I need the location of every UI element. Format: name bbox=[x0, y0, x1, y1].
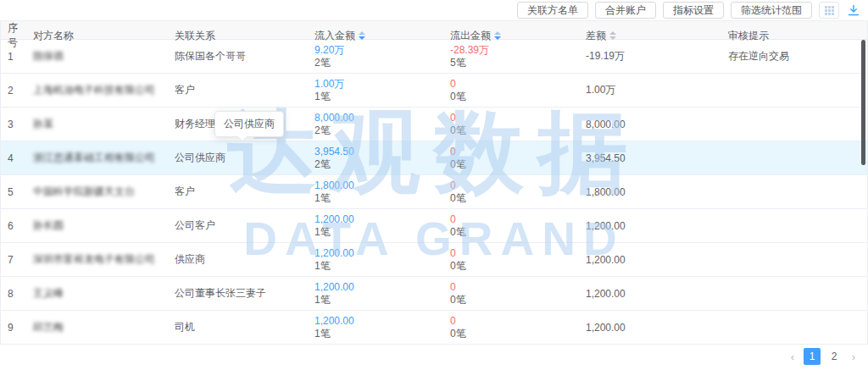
cell-counterparty-name: 中国科学院新疆天文台 bbox=[33, 185, 175, 199]
cell-outflow: 0 0笔 bbox=[450, 281, 586, 306]
indicator-settings-button[interactable]: 指标设置 bbox=[663, 2, 724, 19]
cell-diff: 1,200.00 bbox=[586, 288, 728, 300]
outflow-count: 0笔 bbox=[450, 226, 577, 239]
cell-inflow: 3,954.50 2笔 bbox=[314, 146, 450, 171]
table-row[interactable]: 8 王义峰 公司董事长张三妻子 1,200.00 1笔 0 0笔 1,200.0… bbox=[1, 277, 867, 311]
relation-tooltip: 公司供应商 bbox=[214, 111, 284, 137]
inflow-count: 1笔 bbox=[314, 91, 442, 103]
prev-page-button[interactable]: ‹ bbox=[787, 351, 798, 363]
outflow-count: 0笔 bbox=[450, 91, 577, 103]
inflow-amount: 1,200.00 bbox=[314, 247, 442, 260]
table-row[interactable]: 5 中国科学院新疆天文台 客户 1,800.00 1笔 0 0笔 1,800.0… bbox=[1, 175, 867, 209]
tooltip-text: 公司供应商 bbox=[224, 118, 275, 130]
outflow-count: 0笔 bbox=[450, 294, 577, 306]
cell-relation: 公司董事长张三妻子 bbox=[175, 286, 314, 301]
cell-inflow: 1,200.00 1笔 bbox=[314, 315, 450, 340]
inflow-count: 1笔 bbox=[314, 328, 442, 340]
outflow-amount: 0 bbox=[450, 179, 577, 192]
download-button[interactable] bbox=[846, 2, 861, 19]
cell-relation: 客户 bbox=[175, 83, 314, 97]
sort-caret-icon[interactable] bbox=[494, 31, 501, 40]
col-header-diff[interactable]: 差额 bbox=[586, 29, 728, 43]
cell-serial: 2 bbox=[8, 85, 33, 97]
table-row[interactable]: 6 孙长园 公司客户 1,200.00 1笔 0 0笔 1,200.00 bbox=[1, 209, 867, 243]
col-header-inflow[interactable]: 流入金额 bbox=[314, 29, 450, 43]
page-button-1[interactable]: 1 bbox=[804, 348, 821, 365]
related-party-table: 序号 对方名称 关联关系 流入金额 流出金额 差额 审核提示 1 陈保德 陈保国… bbox=[0, 20, 868, 345]
table-row[interactable]: 3 孙某 财务经理 8,000.00 2笔 0 0笔 8,000.00 bbox=[1, 108, 867, 141]
sort-caret-icon[interactable] bbox=[359, 31, 365, 40]
table-row[interactable]: 4 浙江思通基础工程有限公司 公司供应商 3,954.50 2笔 0 0笔 3,… bbox=[1, 141, 867, 175]
cell-inflow: 1.00万 1笔 bbox=[314, 78, 450, 103]
related-party-list-button[interactable]: 关联方名单 bbox=[517, 2, 588, 19]
outflow-count: 0笔 bbox=[450, 192, 577, 205]
page-button-2[interactable]: 2 bbox=[826, 348, 843, 365]
inflow-amount: 1,200.00 bbox=[314, 213, 442, 226]
cell-inflow: 1,800.00 1笔 bbox=[314, 179, 450, 205]
col-header-outflow[interactable]: 流出金额 bbox=[450, 29, 586, 43]
inflow-amount: 1,200.00 bbox=[314, 315, 442, 328]
inflow-count: 1笔 bbox=[314, 260, 442, 273]
outflow-amount: 0 bbox=[450, 213, 577, 226]
inflow-count: 1笔 bbox=[314, 294, 442, 306]
cell-relation: 客户 bbox=[175, 185, 314, 199]
col-header-counterparty: 对方名称 bbox=[33, 29, 175, 43]
cell-inflow: 8,000.00 2笔 bbox=[314, 112, 450, 137]
cell-inflow: 1,200.00 1笔 bbox=[314, 213, 450, 239]
table-row[interactable]: 2 上海机油电子科技有限公司 客户 1.00万 1笔 0 0笔 1.00万 bbox=[1, 74, 867, 108]
col-header-relation: 关联关系 bbox=[175, 29, 314, 43]
cell-outflow: 0 0笔 bbox=[450, 179, 586, 205]
next-page-button[interactable]: › bbox=[848, 351, 860, 363]
outflow-amount: 0 bbox=[450, 112, 577, 124]
table-view-button[interactable] bbox=[819, 2, 839, 19]
cell-outflow: 0 0笔 bbox=[450, 112, 586, 137]
vertical-scrollbar-thumb[interactable] bbox=[861, 40, 865, 165]
cell-diff: 1.00万 bbox=[586, 83, 728, 97]
table-row[interactable]: 9 邱兰梅 司机 1,200.00 1笔 0 0笔 1,200.00 bbox=[1, 311, 867, 345]
cell-serial: 3 bbox=[8, 119, 33, 130]
cell-diff: -19.19万 bbox=[586, 49, 728, 64]
cell-serial: 5 bbox=[8, 186, 33, 198]
outflow-amount: 0 bbox=[450, 315, 577, 328]
cell-counterparty-name: 陈保德 bbox=[33, 49, 175, 64]
cell-serial: 6 bbox=[8, 220, 33, 232]
cell-relation: 陈保国各个哥哥 bbox=[175, 49, 314, 64]
grid-icon bbox=[825, 6, 834, 15]
cell-diff: 1,200.00 bbox=[586, 322, 728, 334]
col-label: 序号 bbox=[8, 21, 25, 50]
cell-relation: 供应商 bbox=[175, 252, 314, 267]
filter-statistics-range-button[interactable]: 筛选统计范围 bbox=[731, 2, 812, 19]
outflow-count: 0笔 bbox=[450, 260, 577, 273]
cell-counterparty-name: 邱兰梅 bbox=[33, 320, 175, 334]
merge-accounts-button[interactable]: 合并账户 bbox=[595, 2, 656, 19]
cell-inflow: 1,200.00 1笔 bbox=[314, 281, 450, 306]
cell-diff: 1,800.00 bbox=[586, 186, 728, 198]
col-label: 流出金额 bbox=[450, 29, 491, 43]
outflow-amount: 0 bbox=[450, 146, 577, 158]
cell-diff: 8,000.00 bbox=[586, 119, 728, 130]
table-row[interactable]: 7 深圳市富裕龙电子有限公司 供应商 1,200.00 1笔 0 0笔 1,20… bbox=[1, 243, 867, 277]
cell-counterparty-name: 孙某 bbox=[33, 117, 175, 131]
cell-relation: 公司供应商 bbox=[175, 151, 314, 165]
col-label: 流入金额 bbox=[314, 29, 355, 43]
cell-serial: 4 bbox=[8, 152, 33, 164]
inflow-amount: 1,200.00 bbox=[314, 281, 442, 294]
cell-serial: 8 bbox=[8, 288, 33, 300]
cell-diff: 3,954.50 bbox=[586, 152, 728, 164]
toolbar: 关联方名单 合并账户 指标设置 筛选统计范围 bbox=[517, 2, 861, 19]
page: 关联方名单 合并账户 指标设置 筛选统计范围 序号 对方名称 关联关系 流入金额… bbox=[0, 0, 868, 370]
outflow-count: 0笔 bbox=[450, 124, 577, 137]
inflow-amount: 1.00万 bbox=[314, 78, 442, 91]
outflow-amount: 0 bbox=[450, 281, 577, 294]
table-row[interactable]: 1 陈保德 陈保国各个哥哥 9.20万 2笔 -28.39万 5笔 -19.19… bbox=[1, 40, 867, 74]
col-label: 关联关系 bbox=[175, 29, 215, 43]
cell-counterparty-name: 深圳市富裕龙电子有限公司 bbox=[33, 252, 175, 267]
cell-serial: 7 bbox=[8, 254, 33, 266]
sort-caret-icon[interactable] bbox=[609, 31, 616, 40]
col-header-audit: 审核提示 bbox=[728, 29, 867, 43]
cell-counterparty-name: 浙江思通基础工程有限公司 bbox=[33, 151, 175, 165]
cell-outflow: 0 0笔 bbox=[450, 146, 586, 171]
inflow-count: 1笔 bbox=[314, 226, 442, 239]
cell-counterparty-name: 上海机油电子科技有限公司 bbox=[33, 83, 175, 97]
outflow-amount: 0 bbox=[450, 247, 577, 260]
